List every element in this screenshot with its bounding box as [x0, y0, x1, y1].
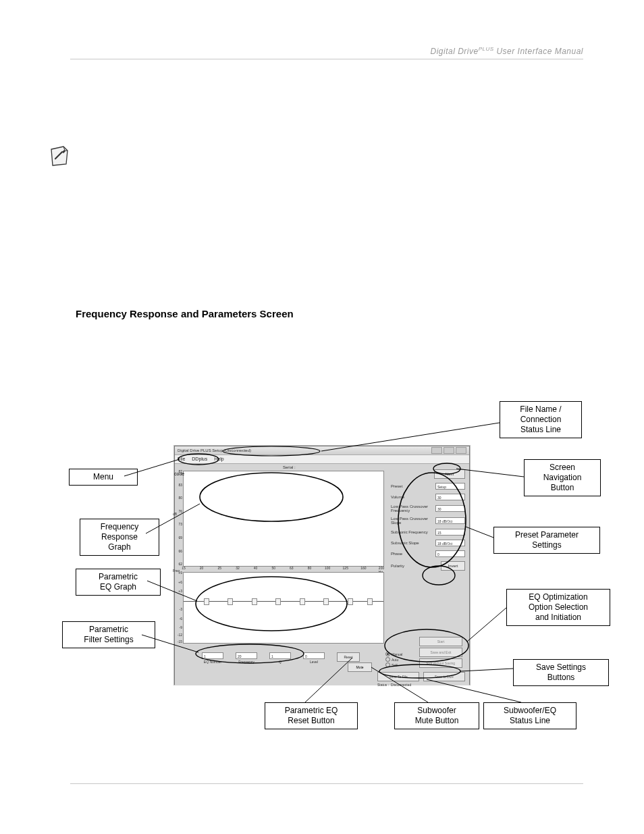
title-bar: Digital Drive PLUS Setup (Disconnected): [175, 446, 469, 455]
close-button[interactable]: [456, 447, 466, 454]
fr-x-axis: 15 20 25 32 40 50 63 80 100 125 160 200 …: [184, 566, 383, 571]
fr-y-tick: 80: [178, 496, 182, 500]
fr-x-tick: 20: [200, 566, 204, 570]
opt-label: Manual: [392, 652, 402, 656]
param-label: Subsonic Frequency: [391, 530, 433, 534]
callout-reset-btn: Parametric EQReset Button: [265, 702, 358, 729]
minimize-button[interactable]: [431, 447, 442, 454]
opt-radio-auto[interactable]: Auto: [385, 657, 419, 662]
window-body: Serial : dB Freq 87 83 80 76 73 69 66cod…: [175, 464, 469, 685]
eq-handle[interactable]: [300, 598, 305, 605]
param-label: Volume: [391, 495, 433, 499]
eq-optimization-options: Manual Auto Self: [385, 652, 419, 668]
parametric-filter-row: 1 EQ Number 20 Frequency 1 Q 0 Level: [202, 652, 360, 664]
eq-handle[interactable]: [323, 598, 329, 605]
invert-button[interactable]: Invert: [441, 561, 465, 571]
filter-label: Q: [279, 660, 281, 664]
eq-number-select[interactable]: 1: [202, 652, 223, 659]
footer-rule: [70, 783, 583, 784]
opt-radio-manual[interactable]: Manual: [385, 652, 419, 656]
menu-file[interactable]: File: [178, 455, 185, 463]
subsonic-slope-select[interactable]: 18 dB/Oct: [435, 540, 465, 546]
svg-line-16: [467, 608, 506, 642]
volume-input[interactable]: 30: [435, 494, 465, 500]
eq-handle[interactable]: [204, 598, 209, 605]
eq-handle[interactable]: [252, 598, 257, 605]
page: Digital DrivePLUS User Interface Manual …: [0, 0, 644, 834]
svg-line-14: [466, 527, 493, 538]
menu-help[interactable]: Help: [214, 455, 223, 463]
fr-x-tick: 100: [325, 566, 330, 570]
eq-q-input[interactable]: 1: [269, 652, 291, 659]
fr-y-axis: 87 83 80 76 73 69 66code 62: [174, 471, 184, 566]
filter-field: 0 Level: [303, 652, 325, 664]
param-row: Phase 0: [391, 550, 465, 557]
opt-label: Self: [392, 663, 398, 667]
filter-field: 1 EQ Number: [202, 652, 223, 664]
header-suffix: User Interface Manual: [494, 47, 583, 56]
eq-level-input[interactable]: 0: [303, 652, 325, 659]
subsonic-freq-input[interactable]: 15: [435, 529, 465, 536]
save-and-exit-button[interactable]: Save and Exit: [419, 648, 462, 657]
mute-button[interactable]: Mute: [348, 662, 372, 672]
fr-x-tick: 15: [182, 566, 186, 570]
save-to-dd-button[interactable]: Save to DD+: [423, 672, 465, 681]
param-row: Volume 30: [391, 494, 465, 500]
lpxover-slope-select[interactable]: 18 dB/Oct: [435, 517, 465, 524]
param-label: Preset: [391, 484, 433, 488]
eq-y-tick: -15: [178, 640, 182, 644]
filter-field: Reset: [337, 652, 360, 662]
callout-save: Save SettingsButtons: [513, 659, 609, 686]
header-sup: PLUS: [479, 46, 494, 52]
param-row: Subsonic Frequency 15: [391, 529, 465, 536]
exit-without-saving-button[interactable]: Exit without Saving: [419, 658, 462, 668]
filter-field: 1 Q: [269, 652, 291, 664]
opt-radio-self[interactable]: Self: [385, 662, 419, 667]
annotated-screenshot-diagram: Digital Drive PLUS Setup (Disconnected) …: [49, 398, 595, 750]
eq-y-tick: -9: [180, 625, 182, 629]
fr-y-tick: 83: [178, 483, 182, 487]
param-label: Low Pass Crossover Frequency: [391, 504, 433, 513]
status-line: Status : Disconnected: [377, 683, 411, 687]
callout-filter: ParametricFilter Settings: [62, 621, 155, 648]
maximize-button[interactable]: [444, 447, 454, 454]
fr-y-tick: 66: [178, 549, 182, 553]
window-title: Digital Drive PLUS Setup (Disconnected): [178, 446, 251, 454]
fr-y-tick: 76: [178, 509, 182, 513]
eq-y-tick: -3: [180, 607, 182, 611]
frequency-response-graph: dB Freq 87 83 80 76 73 69 66code 62 15: [183, 471, 384, 567]
eq-handle[interactable]: [348, 598, 353, 605]
param-row: Subsonic Slope 18 dB/Oct: [391, 540, 465, 546]
fr-x-tick: 25: [217, 566, 221, 570]
menu-ddplus[interactable]: DDplus: [192, 455, 207, 463]
eq-y-tick: -12: [178, 633, 182, 637]
callout-preset: Preset ParameterSettings: [493, 527, 600, 554]
param-label: Subsonic Slope: [391, 541, 433, 545]
eq-handle[interactable]: [367, 598, 373, 605]
filter-label: Level: [310, 660, 318, 664]
next-button[interactable]: Next: [434, 469, 465, 479]
eq-frequency-input[interactable]: 20: [236, 652, 257, 659]
radio-icon: [385, 652, 390, 656]
eq-handle[interactable]: [275, 598, 281, 605]
eq-y-axis: +9 +6 +3 -3 -6 -9 -12 -15: [174, 573, 184, 643]
eq-y-tick: -6: [180, 617, 182, 621]
eq-y-tick: +3: [178, 589, 182, 593]
lpxover-freq-input[interactable]: 30: [435, 505, 465, 512]
param-row: Low Pass Crossover Frequency 30: [391, 504, 465, 513]
param-row: Preset Setup: [391, 483, 465, 490]
preset-parameter-panel: Next Preset Setup Volume 30 Low Pass Cro…: [391, 469, 465, 575]
parametric-eq-graph: +9 +6 +3 -3 -6 -9 -12 -15: [183, 572, 384, 644]
opt-label: Auto: [392, 658, 398, 662]
eq-handle[interactable]: [227, 598, 233, 605]
start-button[interactable]: Start: [419, 637, 462, 646]
filter-label: Frequency: [238, 660, 254, 664]
eq-reset-button[interactable]: Reset: [337, 652, 360, 662]
preset-select[interactable]: Setup: [435, 483, 465, 490]
radio-icon: [385, 657, 390, 662]
save-to-file-button[interactable]: Save To File: [377, 672, 419, 681]
callout-nav: ScreenNavigationButton: [524, 459, 601, 496]
phase-input[interactable]: 0: [435, 550, 465, 557]
param-row: Polarity Invert: [391, 561, 465, 571]
param-label: Low Pass Crossover Slope: [391, 517, 433, 525]
